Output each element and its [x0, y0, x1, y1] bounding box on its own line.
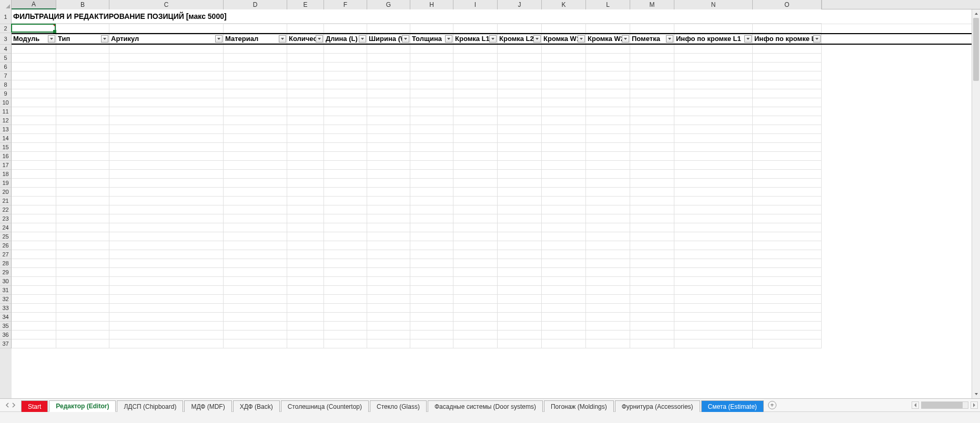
cell-M36[interactable] — [630, 331, 674, 339]
cell-M13[interactable] — [630, 125, 674, 134]
cell-H23[interactable] — [410, 214, 453, 223]
cell-L20[interactable] — [586, 188, 630, 197]
cell-F9[interactable] — [324, 89, 367, 98]
cell-F25[interactable] — [324, 232, 367, 241]
cell-A3[interactable]: Модуль — [12, 34, 56, 44]
cell-C7[interactable] — [109, 71, 224, 80]
cell-O32[interactable] — [753, 295, 822, 304]
cell-F35[interactable] — [324, 322, 367, 331]
cell-J14[interactable] — [498, 134, 542, 143]
row-header-31[interactable]: 31 — [0, 286, 12, 295]
cell-A16[interactable] — [12, 152, 56, 161]
cell-C23[interactable] — [109, 214, 224, 223]
cell-A36[interactable] — [12, 331, 56, 339]
cell-J5[interactable] — [498, 54, 542, 63]
cell-G9[interactable] — [367, 89, 410, 98]
cell-H36[interactable] — [410, 331, 453, 339]
cell-C5[interactable] — [109, 54, 224, 63]
cell-M4[interactable] — [630, 45, 674, 54]
cell-K27[interactable] — [542, 250, 586, 259]
cell-O8[interactable] — [753, 80, 822, 89]
cell-O26[interactable] — [753, 241, 822, 250]
cell-F2[interactable] — [324, 24, 367, 33]
cell-D31[interactable] — [224, 286, 287, 295]
cell-G36[interactable] — [367, 331, 410, 339]
cell-O4[interactable] — [753, 45, 822, 54]
cell-L25[interactable] — [586, 232, 630, 241]
row-header-23[interactable]: 23 — [0, 214, 12, 223]
cell-K12[interactable] — [542, 116, 586, 125]
cell-M9[interactable] — [630, 89, 674, 98]
cell-I24[interactable] — [453, 223, 498, 232]
cell-A6[interactable] — [12, 63, 56, 71]
scroll-down-button[interactable] — [972, 390, 980, 398]
cell-M21[interactable] — [630, 197, 674, 205]
column-header-A[interactable]: A — [12, 0, 56, 9]
cell-O2[interactable] — [753, 24, 822, 33]
cell-L17[interactable] — [586, 161, 630, 170]
cell-J17[interactable] — [498, 161, 542, 170]
cell-E28[interactable] — [287, 259, 324, 268]
row-header-28[interactable]: 28 — [0, 259, 12, 268]
spreadsheet-grid[interactable]: ФИЛЬТРАЦИЯ И РЕДАКТИРОВАНИЕ ПОЗИЦИЙ [мак… — [12, 9, 972, 398]
cell-E33[interactable] — [287, 304, 324, 313]
cell-M16[interactable] — [630, 152, 674, 161]
cell-H11[interactable] — [410, 107, 453, 116]
cell-K11[interactable] — [542, 107, 586, 116]
cell-N28[interactable] — [674, 259, 753, 268]
cell-A12[interactable] — [12, 116, 56, 125]
cell-M6[interactable] — [630, 63, 674, 71]
cell-M10[interactable] — [630, 98, 674, 107]
cell-B28[interactable] — [56, 259, 109, 268]
cell-C8[interactable] — [109, 80, 224, 89]
cell-E27[interactable] — [287, 250, 324, 259]
cell-G6[interactable] — [367, 63, 410, 71]
cell-H20[interactable] — [410, 188, 453, 197]
sheet-tab-3[interactable]: МДФ (MDF) — [184, 400, 231, 412]
row-header-12[interactable]: 12 — [0, 116, 12, 125]
cell-I17[interactable] — [453, 161, 498, 170]
cell-A33[interactable] — [12, 304, 56, 313]
cell-D13[interactable] — [224, 125, 287, 134]
cell-D32[interactable] — [224, 295, 287, 304]
row-header-17[interactable]: 17 — [0, 161, 12, 170]
cell-L14[interactable] — [586, 134, 630, 143]
column-header-F[interactable]: F — [324, 0, 367, 9]
filter-dropdown-I[interactable] — [489, 35, 497, 43]
cell-M12[interactable] — [630, 116, 674, 125]
cell-D15[interactable] — [224, 143, 287, 152]
tab-nav-next[interactable] — [12, 401, 16, 409]
cell-L31[interactable] — [586, 286, 630, 295]
row-header-24[interactable]: 24 — [0, 223, 12, 232]
cell-F20[interactable] — [324, 188, 367, 197]
cell-I19[interactable] — [453, 179, 498, 188]
cell-A18[interactable] — [12, 170, 56, 179]
filter-dropdown-H[interactable] — [445, 35, 452, 43]
cell-E3[interactable]: Количест — [287, 34, 324, 44]
cell-D8[interactable] — [224, 80, 287, 89]
cell-B5[interactable] — [56, 54, 109, 63]
cell-H32[interactable] — [410, 295, 453, 304]
cell-O15[interactable] — [753, 143, 822, 152]
cell-H13[interactable] — [410, 125, 453, 134]
cell-M34[interactable] — [630, 313, 674, 322]
cell-B7[interactable] — [56, 71, 109, 80]
row-header-16[interactable]: 16 — [0, 152, 12, 161]
tab-nav-prev[interactable] — [5, 401, 9, 409]
cell-A8[interactable] — [12, 80, 56, 89]
cell-M25[interactable] — [630, 232, 674, 241]
cell-J4[interactable] — [498, 45, 542, 54]
cell-F23[interactable] — [324, 214, 367, 223]
cell-G4[interactable] — [367, 45, 410, 54]
cell-O27[interactable] — [753, 250, 822, 259]
cell-D30[interactable] — [224, 277, 287, 286]
filter-dropdown-F[interactable] — [359, 35, 366, 43]
cell-J37[interactable] — [498, 339, 542, 348]
hscroll-left[interactable] — [912, 401, 919, 409]
cell-I34[interactable] — [453, 313, 498, 322]
select-all-corner[interactable] — [0, 0, 12, 9]
cell-A22[interactable] — [12, 205, 56, 214]
row-header-30[interactable]: 30 — [0, 277, 12, 286]
cell-G27[interactable] — [367, 250, 410, 259]
column-header-N[interactable]: N — [674, 0, 753, 9]
